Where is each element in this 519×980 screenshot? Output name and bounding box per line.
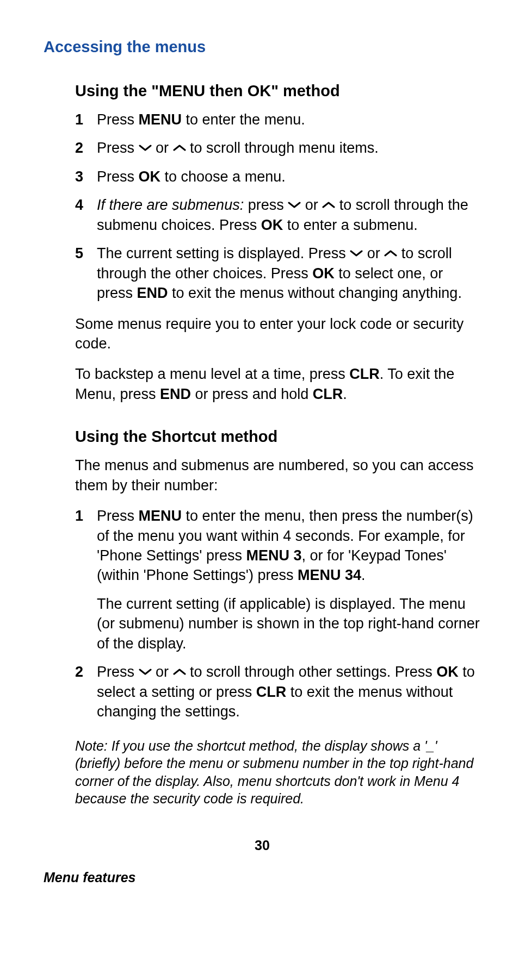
step: 4If there are submenus: press or to scro… [75,195,481,235]
method1-heading: Using the "MENU then OK" method [75,82,481,100]
step: The current setting (if applicable) is d… [75,594,481,653]
method1-para1: Some menus require you to enter your loc… [75,314,481,354]
method1-para2: To backstep a menu level at a time, pres… [75,364,481,404]
step-text: The current setting is displayed. Press … [97,244,481,303]
step-text: The current setting (if applicable) is d… [97,594,481,653]
method2-heading: Using the Shortcut method [75,428,481,446]
step-number: 3 [75,167,97,186]
chevron-up-icon [173,668,186,676]
page: Accessing the menus Using the "MENU then… [0,0,519,907]
step-number: 1 [75,506,97,526]
step-number: 2 [75,138,97,158]
method1-steps: 1Press MENU to enter the menu.2Press or … [75,110,481,303]
chevron-down-icon [139,668,152,676]
step-text: Press OK to choose a menu. [97,167,481,186]
method2-intro: The menus and submenus are numbered, so … [75,455,481,495]
chevron-up-icon [384,249,397,257]
step-number: 5 [75,244,97,263]
chevron-down-icon [139,144,152,152]
chevron-up-icon [173,144,186,152]
chevron-down-icon [350,249,363,257]
step: 2Press or to scroll through other settin… [75,662,481,721]
step-text: Press or to scroll through menu items. [97,138,481,158]
step-number: 4 [75,195,97,215]
method2-steps: 1Press MENU to enter the menu, then pres… [75,506,481,721]
chevron-up-icon [322,201,335,209]
footer: Menu features [44,870,481,885]
step: 1Press MENU to enter the menu, then pres… [75,506,481,585]
section-title: Accessing the menus [44,38,481,56]
step: 5The current setting is displayed. Press… [75,244,481,303]
step-number: 1 [75,110,97,129]
step-text: Press or to scroll through other setting… [97,662,481,721]
step: 1Press MENU to enter the menu. [75,110,481,129]
step-number: 2 [75,662,97,682]
step: 3Press OK to choose a menu. [75,167,481,186]
step-text: Press MENU to enter the menu, then press… [97,506,481,585]
step-text: Press MENU to enter the menu. [97,110,481,129]
step: 2Press or to scroll through menu items. [75,138,481,158]
note: Note: If you use the shortcut method, th… [75,737,481,808]
step-text: If there are submenus: press or to scrol… [97,195,481,235]
content-block: Using the "MENU then OK" method 1Press M… [75,82,481,808]
chevron-down-icon [288,201,301,209]
page-number: 30 [44,838,481,853]
